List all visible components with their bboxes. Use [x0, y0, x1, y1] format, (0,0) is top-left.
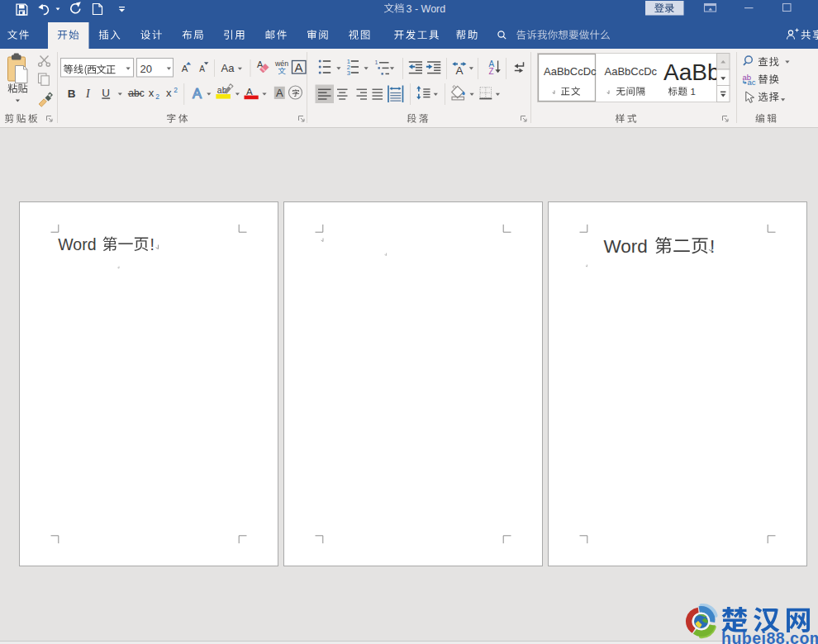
- svg-text:Word: Word: [58, 235, 96, 253]
- svg-text:A: A: [276, 87, 283, 99]
- svg-text:U: U: [102, 87, 110, 99]
- svg-text:!: !: [710, 236, 715, 257]
- svg-text:AaBbCcDc: AaBbCcDc: [544, 65, 597, 78]
- svg-text:ac: ac: [748, 78, 756, 87]
- svg-text:Aa: Aa: [221, 62, 235, 74]
- svg-text:1: 1: [375, 59, 378, 65]
- svg-text:20: 20: [140, 63, 152, 75]
- svg-text:wén: wén: [274, 59, 288, 68]
- svg-text:A: A: [193, 86, 202, 101]
- svg-text:B: B: [68, 88, 76, 100]
- svg-text:1: 1: [691, 87, 696, 97]
- svg-text:2: 2: [155, 92, 159, 101]
- svg-text:A: A: [199, 64, 205, 73]
- svg-text:x: x: [166, 87, 172, 99]
- svg-text:AaBbCcDc: AaBbCcDc: [605, 65, 658, 78]
- svg-text:A: A: [246, 87, 253, 97]
- svg-text:3 - Word: 3 - Word: [407, 3, 446, 15]
- svg-text:A: A: [294, 60, 302, 74]
- svg-text:Z: Z: [489, 67, 494, 76]
- svg-text:Word: Word: [604, 236, 648, 257]
- svg-text:A: A: [455, 64, 463, 77]
- svg-text:x: x: [149, 87, 155, 99]
- svg-text:hubei88.com: hubei88.com: [721, 629, 818, 644]
- svg-text:A: A: [182, 64, 188, 73]
- svg-text:3: 3: [347, 69, 350, 77]
- svg-text:!: !: [150, 235, 155, 253]
- svg-text:2: 2: [174, 86, 178, 94]
